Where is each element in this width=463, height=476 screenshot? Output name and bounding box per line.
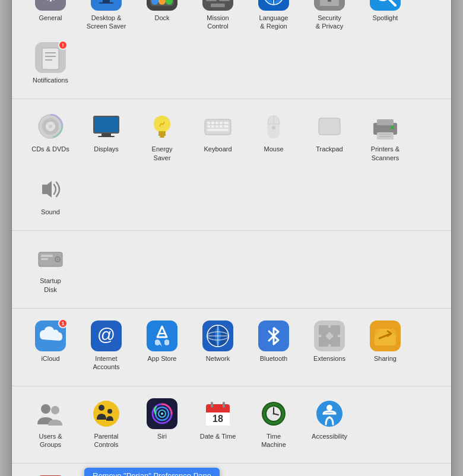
general-icon: ⚙ (35, 0, 66, 11)
notifications-label: Notifications (33, 76, 68, 84)
svg-rect-70 (207, 129, 229, 131)
mouse-label: Mouse (264, 145, 283, 153)
pref-security-privacy[interactable]: Security& Privacy (303, 0, 356, 35)
pref-general[interactable]: ⚙ General (24, 0, 77, 35)
pref-bluetooth[interactable]: Bluetooth (247, 316, 300, 376)
svg-point-143 (326, 405, 332, 411)
general-label: General (39, 14, 62, 22)
pref-accessibility[interactable]: Accessibility (303, 394, 356, 454)
pref-parental-controls[interactable]: ParentalControls (80, 394, 133, 454)
language-region-label: Language& Region (259, 14, 288, 31)
svg-point-47 (49, 125, 52, 128)
svg-rect-87 (41, 258, 48, 260)
cds-dvds-label: CDs & DVDs (31, 145, 69, 153)
mouse-icon (258, 111, 289, 142)
section-personal: ⚙ General (12, 0, 451, 99)
accessibility-icon (314, 398, 345, 429)
svg-rect-63 (220, 122, 223, 124)
pref-date-time[interactable]: 18 Date & Time (191, 394, 245, 454)
svg-point-121 (107, 409, 112, 414)
pref-printers-scanners[interactable]: Printers &Scanners (359, 106, 412, 167)
pref-displays[interactable]: Displays (80, 106, 133, 167)
pref-mission-control[interactable]: MissionControl (191, 0, 245, 35)
svg-point-81 (391, 126, 394, 129)
startup-disk-icon (35, 243, 66, 274)
bluetooth-icon (258, 320, 289, 351)
system-items-grid: Users &Groups (24, 394, 439, 454)
svg-rect-68 (220, 125, 223, 128)
time-machine-label: TimeMachine (261, 432, 286, 449)
pref-keyboard[interactable]: Keyboard (191, 106, 245, 167)
svg-rect-52 (98, 136, 115, 137)
svg-point-117 (41, 404, 50, 414)
pref-desktop-screensaver[interactable]: File Desktop &Screen Saver (80, 0, 133, 35)
network-icon (202, 320, 233, 351)
pref-icloud[interactable]: 1 iCloud (24, 316, 77, 376)
section-internet: 1 iCloud @ InternetAccounts (12, 309, 451, 386)
pref-spotlight[interactable]: Spotlight (359, 0, 412, 35)
pref-energy-saver[interactable]: EnergySaver (135, 106, 189, 167)
other-items-grid: Flash Player Remove "P (24, 471, 439, 476)
svg-rect-73 (319, 118, 340, 135)
parental-controls-label: ParentalControls (94, 432, 119, 449)
date-time-label: Date & Time (200, 432, 236, 440)
displays-label: Displays (94, 145, 119, 153)
notifications-badge: ! (58, 40, 68, 50)
svg-text:18: 18 (213, 414, 223, 424)
pref-app-store[interactable]: App Store (135, 316, 189, 376)
preferences-content: ⚙ General (12, 0, 451, 476)
svg-rect-21 (206, 0, 217, 1)
pref-users-groups[interactable]: Users &Groups (24, 394, 77, 454)
pref-perian[interactable]: Remove "Perian" Preference Pane Perian (80, 471, 133, 476)
pref-mouse[interactable]: Mouse (247, 106, 300, 167)
main-window: ‹ › System Preferences 🔍 (12, 0, 451, 476)
svg-rect-61 (211, 122, 214, 124)
sharing-icon (370, 320, 401, 351)
pref-flash-player[interactable]: Flash Player (24, 471, 77, 476)
svg-rect-134 (223, 402, 225, 408)
pref-network[interactable]: Network (191, 316, 245, 376)
svg-point-114 (326, 333, 332, 339)
users-groups-icon (35, 398, 66, 429)
pref-cds-dvds[interactable]: CDs & DVDs (24, 106, 77, 167)
hardware-items-grid: CDs & DVDs Displays (24, 106, 439, 221)
svg-rect-23 (211, 4, 225, 7)
section-system: Users &Groups (12, 386, 451, 464)
accessibility-label: Accessibility (312, 432, 347, 440)
dock-icon (147, 0, 177, 11)
dock-label: Dock (154, 14, 169, 22)
svg-point-120 (99, 405, 104, 411)
pref-extensions[interactable]: Extensions (303, 316, 356, 376)
pref-dock[interactable]: Dock (135, 0, 189, 35)
icloud-badge: 1 (58, 319, 68, 328)
pref-notifications[interactable]: ! Notifications (24, 37, 77, 89)
pref-siri[interactable]: Siri (135, 394, 189, 454)
context-menu-tooltip: Remove "Perian" Preference Pane (84, 468, 220, 476)
svg-text:⚙: ⚙ (43, 0, 58, 5)
svg-rect-108 (319, 337, 328, 347)
svg-rect-69 (224, 125, 229, 128)
pref-startup-disk[interactable]: StartupDisk (24, 238, 77, 299)
sound-label: Sound (41, 208, 60, 216)
startup-disk-label: StartupDisk (40, 277, 61, 294)
personal-items-grid: ⚙ General (24, 0, 439, 89)
svg-rect-6 (99, 2, 113, 4)
pref-internet-accounts[interactable]: @ InternetAccounts (80, 316, 133, 376)
internet-accounts-label: InternetAccounts (93, 354, 119, 372)
internet-items-grid: 1 iCloud @ InternetAccounts (24, 316, 439, 376)
pref-trackpad[interactable]: Trackpad (303, 106, 356, 167)
app-store-icon (147, 320, 177, 351)
svg-rect-56 (158, 134, 166, 136)
parental-controls-icon (91, 398, 122, 429)
pref-language-region[interactable]: Language& Region (247, 0, 300, 35)
pref-sound[interactable]: Sound (24, 169, 77, 221)
displays-icon (91, 111, 122, 142)
startup-items-grid: StartupDisk (24, 238, 439, 299)
spotlight-label: Spotlight (373, 14, 398, 22)
desktop-icon: File (91, 0, 122, 11)
pref-time-machine[interactable]: TimeMachine (247, 394, 300, 454)
svg-point-118 (51, 406, 59, 414)
svg-rect-67 (215, 125, 218, 128)
svg-rect-133 (211, 402, 213, 408)
pref-sharing[interactable]: Sharing (359, 316, 412, 376)
